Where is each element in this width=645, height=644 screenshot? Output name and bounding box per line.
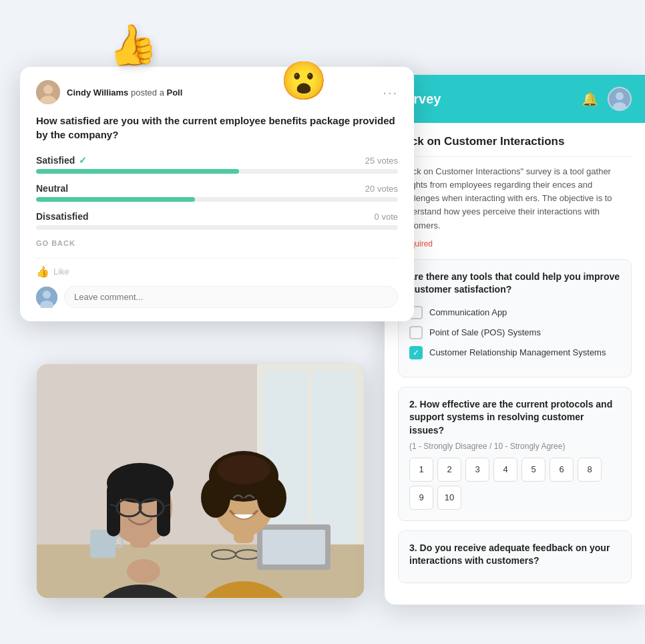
scale-5[interactable]: 5 bbox=[521, 458, 546, 482]
bell-icon[interactable]: 🔔 bbox=[582, 91, 598, 107]
scale-1[interactable]: 1 bbox=[409, 458, 433, 482]
survey-q1-text: are there any tools that could help you … bbox=[409, 271, 620, 297]
svg-point-35 bbox=[217, 455, 270, 484]
survey-divider bbox=[398, 156, 632, 157]
like-button[interactable]: 👍 Like bbox=[36, 265, 69, 278]
satisfied-bar-fill bbox=[36, 169, 239, 174]
poll-header-left: Cindy Williams posted a Poll bbox=[36, 80, 182, 104]
poll-question: How satisfied are you with the current e… bbox=[36, 114, 398, 142]
survey-header: survey 🔔 bbox=[385, 75, 645, 123]
q1-checkbox-2[interactable] bbox=[409, 326, 423, 339]
wow-emoji: 😮 bbox=[280, 59, 327, 103]
comment-area bbox=[36, 286, 398, 308]
svg-point-33 bbox=[201, 478, 230, 518]
survey-q2-num: 2. How effective are the current protoco… bbox=[409, 398, 620, 438]
q1-option-1-label: Communication App bbox=[429, 307, 507, 317]
survey-description: dback on Customer Interactions" survey i… bbox=[398, 165, 632, 232]
scale-2[interactable]: 2 bbox=[437, 458, 461, 482]
neutral-bar-bg bbox=[36, 197, 398, 202]
poll-option-satisfied[interactable]: Satisfied ✓ 25 votes bbox=[36, 155, 398, 174]
satisfied-bar-bg bbox=[36, 169, 398, 174]
svg-rect-17 bbox=[262, 530, 325, 565]
q1-option-2-label: Point of Sale (POS) Systems bbox=[429, 327, 541, 337]
q1-checkbox-3[interactable]: ✓ bbox=[409, 346, 423, 359]
women-photo bbox=[37, 364, 364, 598]
poll-card: Cindy Williams posted a Poll ··· How sat… bbox=[20, 67, 414, 321]
q1-option-3-label: Customer Relationship Management Systems bbox=[429, 347, 606, 357]
svg-point-36 bbox=[127, 559, 160, 583]
survey-q3-num: 3. Do you receive adequate feedback on y… bbox=[409, 542, 620, 568]
poll-options-dots[interactable]: ··· bbox=[383, 85, 398, 100]
required-text: * required bbox=[398, 239, 632, 249]
svg-point-38 bbox=[616, 92, 624, 100]
poll-footer: 👍 Like bbox=[36, 258, 398, 278]
svg-point-1 bbox=[43, 85, 53, 94]
survey-header-icons: 🔔 bbox=[582, 87, 632, 111]
scale-3[interactable]: 3 bbox=[465, 458, 489, 482]
svg-rect-9 bbox=[312, 371, 355, 544]
svg-point-4 bbox=[43, 291, 51, 299]
photo-card bbox=[37, 364, 364, 598]
satisfied-check-icon: ✓ bbox=[79, 155, 87, 166]
q1-option-2[interactable]: Point of Sale (POS) Systems bbox=[409, 326, 620, 339]
poll-option-dissatisfied[interactable]: Dissatisfied 0 vote bbox=[36, 211, 398, 230]
scale-buttons: 1 2 3 4 5 6 8 9 10 bbox=[409, 458, 620, 510]
poll-header: Cindy Williams posted a Poll ··· bbox=[36, 80, 398, 104]
q1-option-1[interactable]: Communication App bbox=[409, 306, 620, 319]
survey-card: survey 🔔 back on Customer Interactions d… bbox=[385, 75, 645, 605]
scale-6[interactable]: 6 bbox=[550, 458, 574, 482]
thumbs-up-emoji: 👍 bbox=[103, 17, 160, 73]
svg-point-34 bbox=[257, 478, 286, 518]
comment-input[interactable] bbox=[64, 286, 398, 308]
scale-8[interactable]: 8 bbox=[578, 458, 602, 482]
dissatisfied-bar-bg bbox=[36, 225, 398, 230]
scale-9[interactable]: 9 bbox=[409, 486, 433, 510]
scale-4[interactable]: 4 bbox=[493, 458, 517, 482]
survey-question-1: are there any tools that could help you … bbox=[398, 259, 632, 377]
go-back-button[interactable]: GO BACK bbox=[36, 239, 398, 247]
commenter-avatar bbox=[36, 287, 57, 308]
survey-question-3: 3. Do you receive adequate feedback on y… bbox=[398, 530, 632, 583]
user-avatar-survey[interactable] bbox=[608, 87, 632, 111]
scale-10[interactable]: 10 bbox=[437, 486, 461, 510]
q1-option-3[interactable]: ✓ Customer Relationship Management Syste… bbox=[409, 346, 620, 359]
neutral-bar-fill bbox=[36, 197, 195, 202]
like-icon: 👍 bbox=[36, 265, 49, 278]
survey-question-2: 2. How effective are the current protoco… bbox=[398, 387, 632, 521]
poll-option-neutral[interactable]: Neutral 20 votes bbox=[36, 183, 398, 202]
scale-label: (1 - Strongly Disagree / 10 - Strongly A… bbox=[409, 442, 620, 451]
survey-section-title: back on Customer Interactions bbox=[398, 135, 632, 148]
survey-body: back on Customer Interactions dback on C… bbox=[385, 123, 645, 605]
poster-avatar bbox=[36, 80, 60, 104]
poll-poster-text: Cindy Williams posted a Poll bbox=[67, 88, 182, 98]
